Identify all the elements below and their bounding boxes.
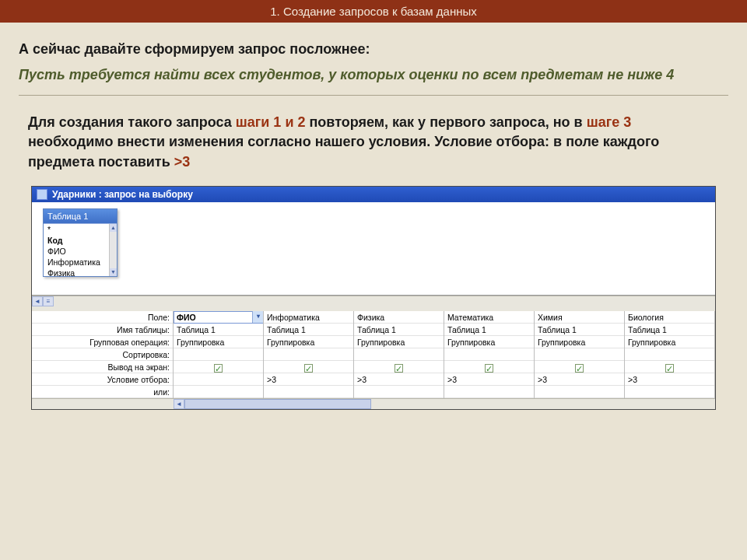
slide-title: 1. Создание запросов к базам данных — [270, 5, 476, 18]
handle-icon[interactable]: ≡ — [43, 296, 54, 306]
or-cell[interactable] — [264, 386, 353, 398]
or-cell[interactable] — [535, 386, 624, 398]
checkbox-checked-icon[interactable] — [485, 364, 493, 373]
row-label: Поле: — [32, 311, 173, 324]
qbe-column: ФизикаТаблица 1Группировка>3 — [354, 311, 444, 398]
criteria-cell[interactable]: >3 — [354, 373, 444, 386]
field-list-scrollbar[interactable]: ▲ ▼ — [109, 224, 117, 276]
chevron-left-icon[interactable]: ◄ — [32, 296, 43, 306]
sort-cell[interactable] — [174, 348, 263, 361]
qbe-column: ХимияТаблица 1Группировка>3 — [535, 311, 625, 398]
show-cell[interactable] — [444, 361, 534, 373]
sort-cell[interactable] — [625, 348, 714, 361]
row-label: Групповая операция: — [32, 336, 173, 348]
checkbox-checked-icon[interactable] — [304, 364, 313, 373]
scroll-thumb[interactable] — [184, 399, 371, 409]
groupop-cell[interactable]: Группировка — [174, 336, 263, 348]
scroll-spacer — [32, 399, 174, 409]
show-cell[interactable] — [354, 361, 444, 373]
criteria-cell[interactable]: >3 — [264, 373, 353, 386]
qbe-row-labels: Поле: Имя таблицы: Групповая операция: С… — [32, 311, 174, 398]
divider — [19, 95, 728, 96]
show-cell[interactable] — [264, 361, 353, 373]
groupop-cell[interactable]: Группировка — [444, 336, 534, 348]
field-cell[interactable]: Информатика — [264, 311, 353, 324]
criteria-cell[interactable]: >3 — [535, 373, 624, 386]
criteria-cell[interactable]: >3 — [444, 373, 534, 386]
window-title-bar[interactable]: Ударники : запрос на выборку — [32, 187, 715, 202]
show-cell[interactable] — [535, 361, 624, 373]
sort-cell[interactable] — [444, 348, 534, 361]
criteria-cell[interactable]: >3 — [625, 373, 714, 386]
qbe-columns: ФИО▾Таблица 1ГруппировкаИнформатикаТабли… — [174, 311, 715, 398]
row-label: Условие отбора: — [32, 373, 173, 386]
field-item[interactable]: ФИО — [44, 246, 117, 257]
chevron-up-icon[interactable]: ▲ — [110, 224, 117, 232]
instr-h2: шаге 3 — [587, 114, 632, 130]
sort-cell[interactable] — [264, 348, 353, 361]
sort-cell[interactable] — [354, 348, 444, 361]
sort-cell[interactable] — [535, 348, 624, 361]
row-label: Вывод на экран: — [32, 361, 173, 373]
window-icon — [37, 189, 47, 200]
checkbox-checked-icon[interactable] — [214, 364, 223, 373]
table-cell[interactable]: Таблица 1 — [174, 324, 263, 336]
canvas-hscroll[interactable]: ◄ ≡ — [32, 296, 715, 306]
or-cell[interactable] — [354, 386, 444, 398]
checkbox-checked-icon[interactable] — [575, 364, 584, 373]
field-cell[interactable]: ФИО▾ — [174, 311, 263, 324]
show-cell[interactable] — [174, 361, 263, 373]
instr-h1: шаги 1 и 2 — [236, 114, 306, 130]
slide-header: 1. Создание запросов к базам данных — [0, 0, 747, 23]
or-cell[interactable] — [174, 386, 263, 398]
table-box-title: Таблица 1 — [44, 209, 117, 223]
table-box[interactable]: Таблица 1 * Код ФИО Информатика Физика ▲… — [43, 208, 117, 277]
field-item[interactable]: Код — [44, 235, 117, 246]
chevron-down-icon[interactable]: ▼ — [110, 268, 117, 276]
criteria-cell[interactable] — [174, 373, 263, 386]
field-item[interactable]: Информатика — [44, 257, 117, 268]
or-cell[interactable] — [444, 386, 534, 398]
field-cell[interactable]: Химия — [535, 311, 624, 324]
task-text: Пусть требуется найти всех студентов, у … — [19, 65, 728, 84]
scroll-track[interactable] — [54, 296, 715, 306]
instruction-text: Для создания такого запроса шаги 1 и 2 п… — [28, 113, 719, 172]
table-cell[interactable]: Таблица 1 — [264, 324, 353, 336]
or-cell[interactable] — [625, 386, 714, 398]
instr-h3: >3 — [174, 154, 191, 170]
qbe-column: ИнформатикаТаблица 1Группировка>3 — [264, 311, 354, 398]
field-item[interactable]: * — [44, 224, 117, 235]
window-title: Ударники : запрос на выборку — [52, 189, 193, 200]
table-cell[interactable]: Таблица 1 — [354, 324, 444, 336]
table-cell[interactable]: Таблица 1 — [625, 324, 714, 336]
checkbox-checked-icon[interactable] — [665, 364, 674, 373]
groupop-cell[interactable]: Группировка — [535, 336, 624, 348]
field-cell[interactable]: Математика — [444, 311, 534, 324]
grid-hscroll[interactable]: ◄ — [32, 398, 715, 409]
lead-text: А сейчас давайте сформируем запрос посло… — [19, 41, 728, 58]
table-cell[interactable]: Таблица 1 — [535, 324, 624, 336]
field-item[interactable]: Физика — [44, 268, 117, 276]
table-field-list[interactable]: * Код ФИО Информатика Физика ▲ ▼ — [44, 223, 117, 276]
qbe-grid: Поле: Имя таблицы: Групповая операция: С… — [32, 311, 715, 398]
instr-t1: Для создания такого запроса — [28, 114, 236, 130]
dropdown-icon[interactable]: ▾ — [252, 311, 263, 323]
qbe-column: ФИО▾Таблица 1Группировка — [174, 311, 264, 398]
scroll-track[interactable] — [371, 399, 715, 409]
instr-t3: необходимо внести изменения согласно наш… — [28, 134, 659, 169]
groupop-cell[interactable]: Группировка — [625, 336, 714, 348]
query-window: Ударники : запрос на выборку Таблица 1 *… — [31, 186, 716, 410]
chevron-left-icon[interactable]: ◄ — [174, 399, 184, 409]
groupop-cell[interactable]: Группировка — [354, 336, 444, 348]
qbe-column: МатематикаТаблица 1Группировка>3 — [444, 311, 535, 398]
instr-t2: повторяем, как у первого запроса, но в — [305, 114, 586, 130]
row-label: или: — [32, 386, 173, 398]
show-cell[interactable] — [625, 361, 714, 373]
field-cell[interactable]: Физика — [354, 311, 444, 324]
table-cell[interactable]: Таблица 1 — [444, 324, 534, 336]
groupop-cell[interactable]: Группировка — [264, 336, 353, 348]
checkbox-checked-icon[interactable] — [395, 364, 403, 373]
content-area: А сейчас давайте сформируем запрос посло… — [0, 23, 747, 418]
field-cell[interactable]: Биология — [625, 311, 714, 324]
qbe-column: БиологияТаблица 1Группировка>3 — [625, 311, 715, 398]
